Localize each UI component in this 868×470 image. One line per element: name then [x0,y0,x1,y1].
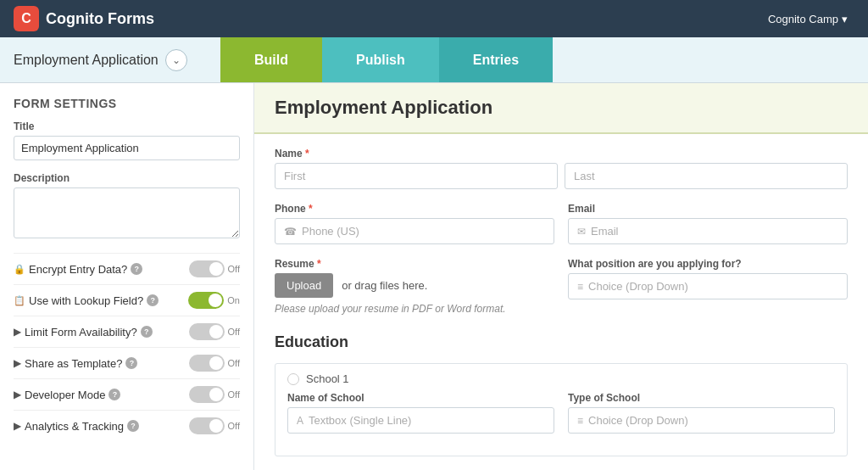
position-placeholder: Choice (Drop Down) [588,280,688,293]
main-layout: Form Settings Title Description 🔒 Encryp… [0,83,868,470]
lookup-toggle[interactable]: On [188,292,240,309]
chevron-down-icon: ⌄ [172,54,181,66]
upload-button[interactable]: Upload [275,273,333,298]
developer-label-group: ▶ Developer Mode ? [14,389,120,401]
resume-required-star: * [317,258,321,270]
availability-help-icon[interactable]: ? [141,326,153,338]
availability-toggle[interactable]: Off [189,323,240,340]
school-type-field: Type of School ≡ Choice (Drop Down) [568,392,835,434]
description-label: Description [14,172,240,184]
sub-navigation: Employment Application ⌄ Build Publish E… [0,37,868,83]
top-nav-right: Cognito Camp ▾ [761,9,854,29]
email-input[interactable]: ✉ Email [568,218,848,244]
education-section-title: Education [275,333,848,355]
school-name-placeholder: Textbox (Single Line) [309,414,411,427]
analytics-label-group: ▶ Analytics & Tracking ? [14,420,139,433]
template-label-group: ▶ Share as Template? ? [14,357,137,370]
encrypt-help-icon[interactable]: ? [131,263,142,275]
phone-label: Phone * [275,203,554,215]
email-icon: ✉ [577,226,586,238]
school-type-dropdown[interactable]: ≡ Choice (Drop Down) [568,407,835,434]
email-label: Email [568,203,848,215]
template-help-icon[interactable]: ? [125,357,137,369]
school-label: School 1 [306,372,349,385]
encrypt-label-group: 🔒 Encrypt Entry Data? ? [14,263,142,276]
account-name: Cognito Camp [768,13,838,25]
school-radio[interactable] [287,373,299,385]
tab-publish[interactable]: Publish [322,37,439,82]
analytics-toggle-switch[interactable] [189,417,225,434]
developer-help-icon[interactable]: ? [108,389,120,400]
position-label: What position are you applying for? [568,258,848,270]
analytics-toggle-state: Off [228,421,240,431]
position-dropdown[interactable]: ≡ Choice (Drop Down) [568,273,848,299]
lookup-toggle-state: On [227,295,240,305]
encrypt-toggle-switch[interactable] [189,260,225,277]
lock-icon: 🔒 [14,264,25,275]
lookup-help-icon[interactable]: ? [147,294,159,306]
analytics-arrow-icon: ▶ [14,420,21,432]
tab-build[interactable]: Build [220,37,322,82]
availability-label: Limit Form Availability? [25,326,137,339]
template-arrow-icon: ▶ [14,357,21,369]
availability-toggle-switch[interactable] [189,323,225,340]
school-name-input[interactable]: A Textbox (Single Line) [287,407,554,434]
description-textarea[interactable] [14,187,240,238]
template-toggle-switch[interactable] [189,355,225,372]
account-chevron-icon: ▾ [842,13,848,25]
form-main-title: Employment Application [275,97,848,119]
name-first-input[interactable]: First [275,163,558,189]
tab-entries[interactable]: Entries [439,37,553,82]
template-toggle-row: ▶ Share as Template? ? Off [14,347,240,378]
email-placeholder: Email [591,225,619,238]
name-row: Name * First Last [275,148,848,189]
brand-logo: C Cognito Forms [14,6,154,31]
title-label: Title [14,120,240,132]
name-required-star: * [305,148,309,159]
school-section: School 1 Name of School A Textbox (Singl… [275,363,848,456]
school-type-label: Type of School [568,392,835,404]
phone-email-row: Phone * ☎ Phone (US) Email ✉ Email [275,203,848,244]
lookup-toggle-switch[interactable] [188,292,224,309]
brand-icon: C [14,6,39,31]
upload-hint: or drag files here. [342,279,427,292]
developer-toggle[interactable]: Off [189,386,240,403]
upload-area: Upload or drag files here. Please upload… [275,273,554,315]
resume-label: Resume * [275,258,554,270]
account-menu[interactable]: Cognito Camp ▾ [761,9,854,29]
analytics-toggle[interactable]: Off [189,417,240,434]
phone-icon: ☎ [284,226,297,238]
brand-name: Cognito Forms [46,10,154,28]
sidebar: Form Settings Title Description 🔒 Encryp… [0,83,254,470]
name-last-input[interactable]: Last [565,163,848,189]
email-field: Email ✉ Email [568,203,848,244]
template-toggle[interactable]: Off [189,355,240,372]
form-title-chevron[interactable]: ⌄ [165,49,187,71]
encrypt-toggle-row: 🔒 Encrypt Entry Data? ? Off [14,253,240,284]
title-input[interactable] [14,136,240,160]
name-field: Name * First Last [275,148,848,189]
school-fields-row: Name of School A Textbox (Single Line) T… [287,392,835,434]
analytics-help-icon[interactable]: ? [127,420,139,432]
description-field-group: Description [14,172,240,241]
phone-input[interactable]: ☎ Phone (US) [275,218,554,244]
developer-toggle-switch[interactable] [189,386,225,403]
phone-field: Phone * ☎ Phone (US) [275,203,554,244]
availability-toggle-state: Off [228,327,240,337]
form-body: Name * First Last [254,134,868,470]
developer-toggle-state: Off [228,389,240,400]
lookup-icon: 📋 [14,295,25,306]
template-label: Share as Template? [25,357,122,370]
lookup-label-group: 📋 Use with Lookup Field? ? [14,294,159,307]
form-header: Employment Application [254,83,868,134]
availability-toggle-row: ▶ Limit Form Availability? ? Off [14,316,240,347]
upload-note: Please upload your resume in PDF or Word… [275,303,554,315]
title-field-group: Title [14,120,240,160]
name-last-placeholder: Last [574,170,595,182]
lookup-label: Use with Lookup Field? [29,294,143,307]
lookup-toggle-row: 📋 Use with Lookup Field? ? On [14,284,240,316]
name-first-placeholder: First [284,170,305,182]
encrypt-toggle-state: Off [228,264,240,274]
encrypt-toggle[interactable]: Off [189,260,240,277]
school-type-placeholder: Choice (Drop Down) [588,414,688,427]
